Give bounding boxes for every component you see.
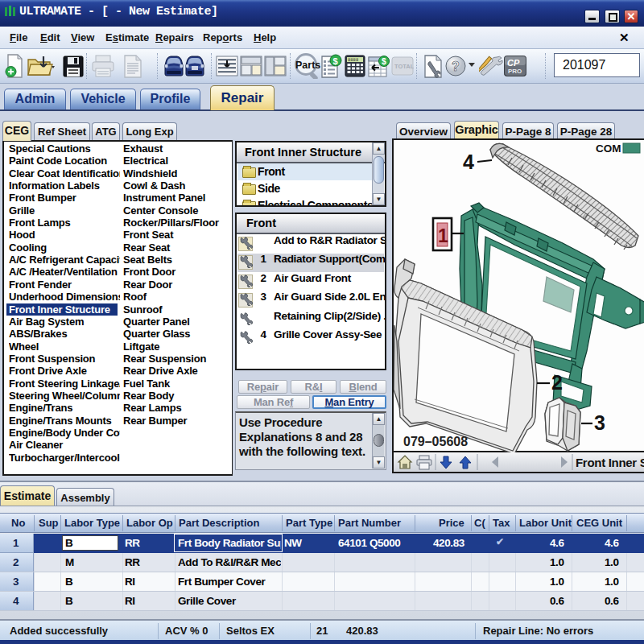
svg-text:Parts: Parts bbox=[295, 60, 320, 71]
svg-text:PRO: PRO bbox=[508, 68, 522, 75]
svg-text:2: 2 bbox=[551, 371, 563, 394]
svg-text:3: 3 bbox=[594, 411, 605, 434]
svg-text:Front Inner St: Front Inner St bbox=[576, 456, 644, 469]
svg-text:CP: CP bbox=[507, 58, 520, 68]
svg-text:$: $ bbox=[382, 56, 386, 66]
svg-text:$: $ bbox=[333, 56, 338, 66]
svg-text:COM: COM bbox=[596, 142, 621, 155]
svg-text:4: 4 bbox=[463, 151, 474, 173]
svg-text:1: 1 bbox=[438, 225, 448, 246]
svg-text:079–05608: 079–05608 bbox=[403, 435, 468, 448]
svg-text:TOTAL: TOTAL bbox=[394, 63, 414, 70]
svg-text:8888: 8888 bbox=[348, 57, 358, 63]
svg-text:?: ? bbox=[452, 60, 460, 73]
